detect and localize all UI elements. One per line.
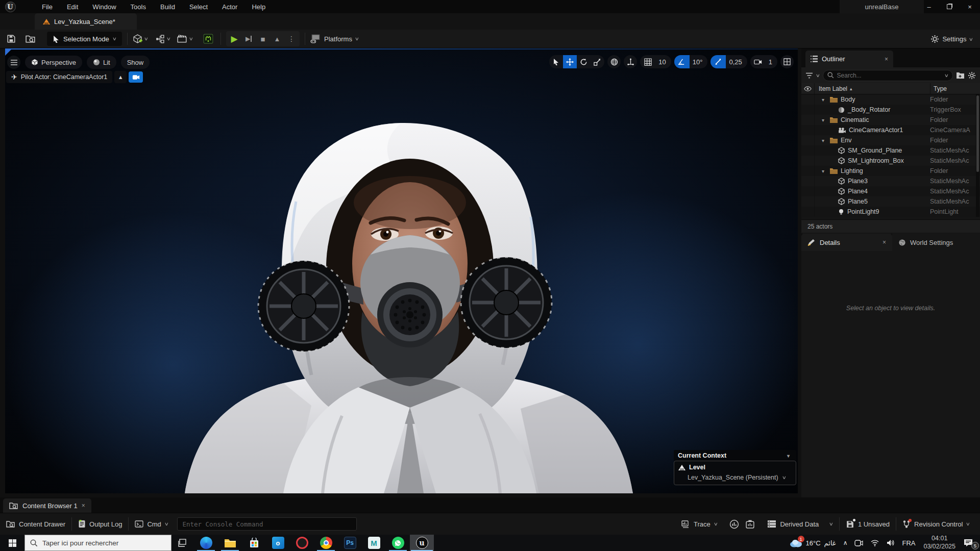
table-row[interactable]: Plane3 StaticMeshAc (801, 176, 980, 186)
quixel-bridge-button[interactable] (201, 32, 215, 46)
close-icon[interactable]: × (883, 239, 886, 246)
viewport-scene[interactable] (5, 48, 798, 493)
rotation-snap-control[interactable]: 10° (674, 55, 708, 68)
hidden-icons-button[interactable]: ∧ (840, 535, 851, 551)
expand-caret-icon[interactable]: ▾ (822, 138, 827, 143)
play-button[interactable]: ▶ (227, 32, 241, 46)
blueprints-button[interactable]: ∨ (155, 32, 170, 46)
menu-window[interactable]: Window (85, 0, 123, 13)
scale-snap-control[interactable]: 0,25 (710, 55, 747, 68)
action-center-button[interactable]: 5 (960, 535, 980, 551)
stop-button[interactable]: ■ (256, 32, 270, 46)
new-folder-icon[interactable] (956, 71, 965, 79)
save-button[interactable] (4, 32, 18, 46)
menu-tools[interactable]: Tools (124, 0, 153, 13)
stop-piloting-button[interactable]: ▲ (114, 71, 127, 83)
taskbar-app-store[interactable] (242, 535, 266, 551)
viewport-options-button[interactable] (7, 56, 20, 69)
visibility-column-header[interactable] (801, 83, 815, 94)
tab-content-browser[interactable]: Content Browser 1 × (3, 498, 91, 513)
expand-caret-icon[interactable]: ▾ (822, 117, 827, 123)
type-column-header[interactable]: Type (930, 83, 980, 94)
outliner-search-input[interactable]: Search... ∨ (823, 70, 953, 81)
close-icon[interactable]: × (82, 502, 85, 509)
language-indicator[interactable]: FRA (898, 535, 919, 551)
taskbar-app-photoshop[interactable]: Ps (338, 535, 362, 551)
play-options-button[interactable]: ⋮ (284, 32, 299, 46)
table-row[interactable]: _Body_Rotator TriggerBox (801, 105, 980, 115)
level-viewport[interactable]: Perspective Lit Show (5, 48, 798, 493)
show-dropdown[interactable]: Show (121, 56, 150, 69)
table-row[interactable]: ▾ Body Folder (801, 94, 980, 105)
camera-speed-control[interactable]: 1 (750, 55, 777, 68)
close-button[interactable]: × (960, 0, 980, 13)
taskbar-app-outlook[interactable]: o (266, 535, 290, 551)
taskbar-app-chrome[interactable] (314, 535, 338, 551)
menu-build[interactable]: Build (153, 0, 182, 13)
volume-button[interactable] (883, 535, 898, 551)
content-browser-button[interactable] (23, 32, 38, 46)
outliner-scrollbar[interactable] (976, 94, 979, 217)
unreal-logo-icon[interactable]: U (3, 0, 17, 13)
table-row[interactable]: SM_Lightroom_Box StaticMeshAc (801, 156, 980, 166)
taskbar-app-opera[interactable] (290, 535, 314, 551)
pilot-actor-button[interactable]: ✈ Pilot Actor: CineCameraActor1 (6, 71, 112, 83)
menu-actor[interactable]: Actor (215, 0, 244, 13)
add-actor-button[interactable]: ∨ (133, 32, 148, 46)
grid-snap-control[interactable]: 10 (640, 55, 671, 68)
menu-select[interactable]: Select (182, 0, 215, 13)
menu-edit[interactable]: Edit (60, 0, 85, 13)
perspective-dropdown[interactable]: Perspective (25, 56, 82, 69)
move-tool-button[interactable] (563, 55, 577, 68)
table-row[interactable]: Plane5 StaticMeshAc (801, 196, 980, 207)
taskbar-search[interactable]: Taper ici pour rechercher (24, 535, 172, 551)
pilot-camera-view-toggle[interactable] (129, 71, 143, 83)
table-row[interactable]: SM_Ground_Plane StaticMeshAc (801, 145, 980, 156)
scale-tool-button[interactable] (591, 55, 604, 68)
level-selector[interactable]: Lev_Yazkua_Scene (Persistent) ∨ (688, 474, 792, 481)
lit-dropdown[interactable]: Lit (87, 56, 116, 69)
expand-caret-icon[interactable]: ▾ (822, 168, 827, 174)
insights-icon[interactable] (729, 519, 739, 529)
taskbar-app-edge[interactable] (194, 535, 218, 551)
select-tool-button[interactable] (549, 55, 563, 68)
close-icon[interactable]: × (885, 56, 888, 63)
filter-icon[interactable] (805, 72, 813, 79)
cinematics-button[interactable]: ∨ (177, 32, 193, 46)
cmd-dropdown[interactable]: Cmd ∨ (129, 513, 174, 535)
taskbar-app-explorer[interactable] (218, 535, 242, 551)
taskbar-weather[interactable]: 1 16°C غائم (786, 535, 840, 551)
unsaved-button[interactable]: 1 Unsaved (840, 513, 896, 535)
table-row[interactable]: ▾ Cinematic Folder (801, 115, 980, 125)
derived-data-dropdown[interactable]: Derived Data ∨ (761, 513, 839, 535)
minimize-button[interactable]: – (919, 0, 939, 13)
table-row[interactable]: CineCameraActor1 CineCameraA (801, 125, 980, 135)
start-button[interactable] (0, 535, 24, 551)
tab-outliner[interactable]: Outliner × (805, 51, 893, 67)
maximize-viewport-button[interactable] (780, 55, 794, 68)
maximize-button[interactable] (939, 0, 960, 13)
surface-snapping-button[interactable] (624, 55, 637, 68)
expand-caret-icon[interactable]: ▾ (822, 97, 827, 103)
taskbar-clock[interactable]: 04:01 03/02/2025 (919, 535, 960, 550)
trace-dropdown[interactable]: Trace ∨ (675, 513, 723, 535)
item-label-column-header[interactable]: Item Label ▴ (815, 85, 930, 92)
taskbar-app-unreal[interactable]: u (410, 535, 434, 551)
menu-help[interactable]: Help (244, 0, 273, 13)
table-row[interactable]: ▾ Env Folder (801, 135, 980, 145)
stats-capture-icon[interactable] (745, 519, 755, 529)
meet-now-button[interactable] (851, 535, 867, 551)
platforms-dropdown[interactable]: Platforms ∨ (310, 34, 359, 43)
task-view-button[interactable] (172, 535, 194, 551)
table-row[interactable]: PointLight9 PointLight (801, 207, 980, 217)
network-button[interactable] (867, 535, 883, 551)
table-row[interactable]: Plane4 StaticMeshAc (801, 186, 980, 196)
rotate-tool-button[interactable] (577, 55, 591, 68)
tab-world-settings[interactable]: World Settings (892, 234, 980, 251)
frame-skip-button[interactable]: ▶ (241, 32, 256, 46)
content-drawer-button[interactable]: Content Drawer (0, 513, 71, 535)
table-row[interactable]: ▾ Lighting Folder (801, 166, 980, 176)
tab-details[interactable]: Details × (801, 234, 892, 251)
revision-control-dropdown[interactable]: Revision Control ∨ (896, 513, 976, 535)
selection-mode-dropdown[interactable]: Selection Mode ∨ (47, 32, 122, 46)
